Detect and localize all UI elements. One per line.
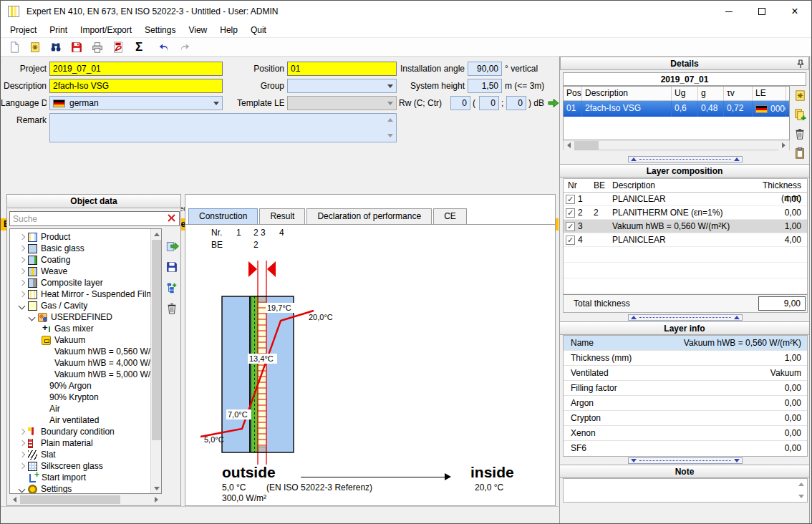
- chevron-down-icon[interactable]: [19, 303, 25, 309]
- tree-item-silkscreen-glass[interactable]: Silkscreen glass: [10, 460, 161, 472]
- tree-item-start-import[interactable]: Start import: [10, 472, 161, 483]
- chevron-right-icon[interactable]: [19, 291, 25, 298]
- find-icon[interactable]: [48, 39, 64, 55]
- col-ug[interactable]: Ug: [672, 87, 698, 101]
- chevron-right-icon[interactable]: [19, 268, 25, 275]
- rw-ctr-input[interactable]: 0: [506, 96, 526, 110]
- layer-info-row[interactable]: Crypton0,00: [564, 411, 807, 426]
- redo-icon[interactable]: [177, 39, 193, 55]
- calculate-sigma-icon[interactable]: Σ: [131, 39, 147, 55]
- layer-row-selected[interactable]: ✓3 Vakuum hWB = 0,560 W/(m²K) 1,00: [564, 220, 807, 233]
- chevron-down-icon[interactable]: [29, 314, 35, 321]
- tree-item-vakuum-hwb-5000[interactable]: Vakuum hWB = 5,000 W/(m²K): [10, 369, 161, 380]
- col-sl[interactable]: Sl: [786, 87, 790, 101]
- group-combobox[interactable]: [287, 79, 397, 93]
- pdf-export-icon[interactable]: [110, 39, 126, 55]
- description-input[interactable]: 2fach-Iso VSG: [49, 79, 223, 93]
- tree-item-userdefined[interactable]: USERDEFINED: [10, 311, 161, 323]
- undo-icon[interactable]: [156, 39, 172, 55]
- new-position-icon[interactable]: [793, 88, 807, 102]
- pin-icon[interactable]: [797, 59, 804, 72]
- chevron-right-icon[interactable]: [19, 257, 25, 263]
- col-pos[interactable]: Pos: [564, 87, 582, 101]
- chevron-down-icon[interactable]: [387, 84, 393, 88]
- splitter[interactable]: [628, 156, 743, 162]
- tree-item-boundary-condition[interactable]: Boundary condition: [10, 426, 161, 437]
- chevron-right-icon[interactable]: [19, 280, 25, 286]
- save-icon[interactable]: [165, 260, 179, 274]
- tree-horizontal-scrollbar[interactable]: [9, 495, 162, 505]
- copy-add-icon[interactable]: [793, 107, 807, 122]
- note-textarea[interactable]: [563, 478, 808, 503]
- checkbox-checked[interactable]: ✓: [566, 208, 575, 218]
- layer-info-row[interactable]: Argon0,00: [564, 396, 807, 411]
- col-tv[interactable]: τv: [724, 87, 753, 101]
- paste-icon[interactable]: [793, 146, 807, 160]
- menu-help[interactable]: Help: [213, 23, 244, 37]
- add-node-icon[interactable]: [165, 281, 179, 295]
- positions-horizontal-scrollbar[interactable]: [563, 140, 790, 150]
- checkbox-checked[interactable]: ✓: [566, 236, 575, 245]
- chevron-down-icon[interactable]: [213, 102, 219, 105]
- tree-item-vakuum[interactable]: Vakuum: [10, 334, 161, 346]
- col-le[interactable]: LE: [753, 87, 786, 101]
- remark-textarea[interactable]: [49, 113, 397, 142]
- scroll-right-icon[interactable]: [151, 495, 162, 505]
- save-icon[interactable]: [69, 39, 84, 55]
- chevron-right-icon[interactable]: [19, 234, 25, 241]
- tree-vertical-scrollbar[interactable]: [150, 229, 161, 493]
- delete-icon[interactable]: [165, 301, 179, 316]
- menu-quit[interactable]: Quit: [244, 23, 273, 37]
- tree-item-vakuum-hwb-0560[interactable]: Vakuum hWB = 0,560 W/(m²K): [10, 346, 161, 357]
- checkbox-checked[interactable]: ✓: [566, 195, 575, 204]
- rw-c-input[interactable]: 0: [479, 96, 499, 110]
- menu-project[interactable]: Project: [4, 23, 43, 37]
- col-description[interactable]: Description: [582, 87, 672, 101]
- col-g[interactable]: g: [698, 87, 724, 101]
- tab-ce[interactable]: CE: [433, 208, 467, 224]
- tree-item-90-argon[interactable]: 90% Argon: [10, 380, 161, 392]
- tree-item-slat[interactable]: Slat: [10, 449, 161, 460]
- tree-item-heat-mirror[interactable]: Heat Mirror - Suspended Film: [10, 288, 161, 300]
- layer-info-row[interactable]: NameVakuum hWB = 0,560 W/(m²K): [564, 336, 807, 351]
- splitter[interactable]: [628, 314, 743, 321]
- installation-angle-input[interactable]: 90,00: [468, 62, 502, 76]
- layer-info-row[interactable]: Xenon0,00: [564, 426, 807, 441]
- delete-icon[interactable]: [793, 127, 807, 141]
- menu-view[interactable]: View: [182, 23, 213, 37]
- scroll-up-icon[interactable]: [151, 229, 162, 239]
- layer-info-row[interactable]: Thickness (mm)1,00: [564, 351, 807, 366]
- menu-print[interactable]: Print: [43, 23, 74, 37]
- system-height-input[interactable]: 1,50: [468, 79, 502, 93]
- tree-item-air-ventilated[interactable]: Air ventilated: [10, 414, 161, 426]
- tree-item-plain-material[interactable]: Plain material: [10, 437, 161, 449]
- minimize-button[interactable]: [712, 1, 745, 22]
- chevron-right-icon[interactable]: [19, 440, 25, 447]
- menu-import-export[interactable]: Import/Export: [74, 23, 138, 37]
- layer-row[interactable]: ✓4 PLANICLEAR 4,00: [564, 233, 807, 247]
- layer-info-row[interactable]: VentilatedVakuum: [564, 366, 807, 381]
- new-item-icon[interactable]: [27, 39, 43, 55]
- tree-item-composite-layer[interactable]: Composite layer: [10, 277, 161, 288]
- layer-info-row[interactable]: SF60,00: [564, 441, 807, 456]
- scrollbar-thumb[interactable]: [20, 495, 120, 504]
- tree-item-product[interactable]: Product: [10, 231, 161, 243]
- chevron-right-icon[interactable]: [19, 452, 25, 458]
- tab-result[interactable]: Result: [259, 208, 305, 224]
- new-document-icon[interactable]: [6, 39, 22, 55]
- language-combobox[interactable]: german: [49, 96, 223, 110]
- layer-row[interactable]: ✓2 2 PLANITHERM ONE (εn=1%) 0,00: [564, 206, 807, 220]
- tree-item-settings[interactable]: Settings: [10, 483, 161, 494]
- chevron-right-icon[interactable]: [19, 246, 25, 252]
- template-le-combobox[interactable]: [287, 96, 397, 110]
- scroll-right-icon[interactable]: [778, 140, 789, 150]
- scroll-up-icon[interactable]: [798, 482, 804, 486]
- position-input[interactable]: 01: [287, 62, 397, 76]
- tree-item-coating[interactable]: Coating: [10, 254, 161, 266]
- search-input[interactable]: Suche: [9, 211, 180, 226]
- tree-item-gas-cavity[interactable]: Gas / Cavity: [10, 300, 161, 311]
- tree-item-air[interactable]: Air: [10, 403, 161, 414]
- position-row[interactable]: 01 2fach-Iso VSG 0,6 0,48 0,72 000000050…: [564, 101, 789, 117]
- checkbox-checked[interactable]: ✓: [566, 222, 575, 231]
- scrollbar-thumb[interactable]: [574, 141, 599, 150]
